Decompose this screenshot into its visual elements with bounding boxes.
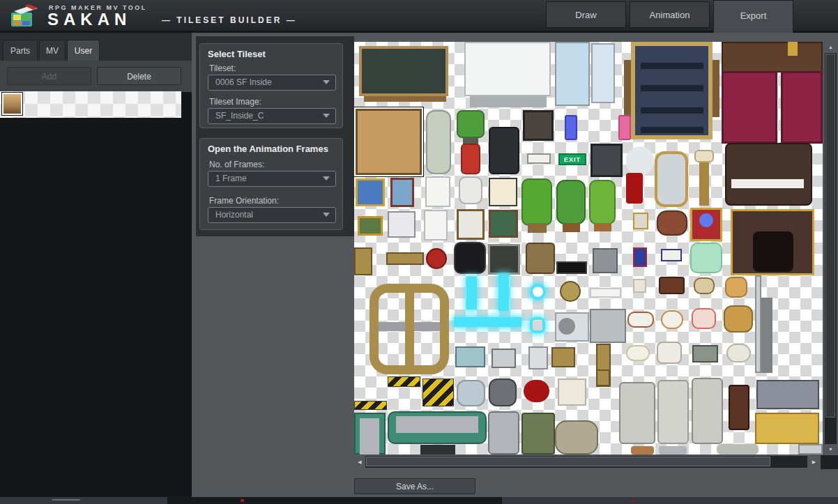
chevron-down-icon [323, 213, 330, 217]
trash-bags [457, 380, 485, 406]
orientation-dropdown[interactable]: Horizontal [208, 207, 336, 223]
silver-fence [756, 380, 819, 409]
table-lamp-stand [699, 162, 709, 206]
blood-drip [626, 173, 643, 204]
pipe-corner [798, 444, 823, 455]
add-button[interactable]: Add [7, 67, 91, 85]
laser-beam-v2 [498, 274, 509, 311]
tileset-image-dropdown-value: SF_Inside_C [215, 111, 264, 121]
brass-fan [560, 281, 581, 302]
white-ledge [590, 288, 621, 298]
carpet-step-1 [641, 63, 703, 69]
sakan-logo-icon [7, 3, 40, 29]
scrollbar-corner [821, 455, 838, 469]
tileset-thumbnail-list[interactable] [0, 91, 181, 118]
tileset-image-dropdown[interactable]: SF_Inside_C [208, 108, 336, 124]
scattered-papers [558, 379, 586, 406]
brand-subtitle: — Tileset Builder — [162, 15, 297, 25]
scroll-left-icon[interactable]: ◀ [354, 456, 365, 468]
plant-column-pot [594, 223, 611, 231]
bottom-edge-dark-segment [167, 497, 502, 504]
animation-frames-group: Open the Animation Frames No. of Frames:… [199, 138, 343, 230]
corrugated-panel [590, 309, 626, 343]
piano-keys [731, 179, 804, 188]
carpet-step-3 [641, 107, 703, 114]
notice-plate [527, 153, 551, 164]
tileset-preview-viewport[interactable]: EXIT [354, 42, 823, 455]
vertical-scrollbar[interactable]: ▲ ▼ [825, 42, 837, 455]
select-tileset-group: Select Tileset Tileset: 0006 SF Inside T… [199, 43, 343, 128]
plant-bushy-pot [528, 223, 547, 233]
chevron-down-icon [323, 80, 330, 84]
vertical-scrollbar-thumb[interactable] [825, 54, 835, 418]
blood-splat [524, 380, 549, 402]
laser-square [530, 317, 545, 333]
tileset-thumbnail-selected[interactable] [2, 93, 22, 115]
tab-user[interactable]: User [67, 40, 100, 61]
restroom-sign-pink [618, 115, 631, 140]
machine-panel [488, 244, 520, 275]
horizontal-scrollbar-thumb[interactable] [366, 457, 770, 466]
office-chair [489, 127, 519, 174]
gargoyle-statue [619, 382, 655, 444]
butterfly-case [523, 110, 554, 141]
ramen-bowl [694, 277, 715, 294]
steampunk-machine [356, 109, 422, 175]
scroll-right-icon[interactable]: ▶ [807, 456, 821, 468]
corkboard [489, 210, 518, 238]
carpet-step-2 [641, 85, 703, 91]
portrait-painting [390, 178, 414, 207]
marble-bust [459, 176, 482, 204]
save-as-button[interactable]: Save As... [354, 478, 475, 494]
bread-basket [725, 277, 747, 298]
scroll-down-icon[interactable]: ▼ [825, 444, 837, 455]
abstract-painting [388, 211, 416, 238]
stage-curtain-right [781, 71, 823, 144]
laser-ring [530, 284, 546, 300]
fruit-basket [724, 305, 753, 333]
banister-rail [722, 42, 823, 72]
brand-title: SAKAN [47, 10, 131, 29]
rubble-pile [555, 420, 598, 455]
rusty-robot [526, 243, 555, 274]
tab-draw[interactable]: Draw [546, 1, 626, 28]
blackboard-chalk-tray [364, 96, 446, 102]
dark-machine [454, 242, 486, 274]
brass-pipe-vert [354, 247, 372, 275]
scroll-up-icon[interactable]: ▲ [825, 42, 837, 53]
anatomy-chart [424, 210, 448, 240]
control-panel-gray [492, 349, 516, 368]
plant-topiary [556, 180, 586, 224]
gold-fence [755, 413, 819, 444]
metal-duct [488, 411, 519, 455]
whiteboard [464, 42, 551, 96]
bottom-edge-red-mark [631, 500, 635, 502]
chemical-flasks [356, 178, 385, 206]
brass-pipe-end [596, 369, 610, 386]
scrap-pile [489, 379, 517, 406]
knight-statue [692, 378, 723, 444]
tab-mv[interactable]: MV [39, 40, 66, 61]
plant-bushy [521, 178, 552, 226]
frames-dropdown[interactable]: 1 Frame [208, 171, 336, 187]
delete-button[interactable]: Delete [97, 67, 181, 85]
pipe-loop-cross-v [405, 293, 414, 365]
tab-animation[interactable]: Animation [630, 1, 710, 28]
dinner-plate [661, 310, 683, 329]
select-tileset-title: Select Tileset [208, 49, 266, 59]
valve-wheel [426, 248, 447, 269]
tab-parts[interactable]: Parts [3, 40, 38, 61]
easel [457, 209, 485, 240]
horizontal-scrollbar[interactable]: ◀ ▶ [354, 456, 821, 468]
drinking-glass [633, 279, 646, 293]
open-book [661, 249, 682, 261]
plant-column [589, 180, 616, 224]
gilt-mirror [655, 151, 688, 207]
tileset-dropdown[interactable]: 0006 SF Inside [208, 75, 336, 91]
grand-piano [725, 143, 812, 206]
crystal-orb [699, 213, 713, 227]
hooded-statue [657, 380, 689, 444]
gold-finial [788, 42, 798, 56]
tab-export[interactable]: Export [713, 0, 793, 33]
whiteboard-stand [470, 96, 547, 107]
